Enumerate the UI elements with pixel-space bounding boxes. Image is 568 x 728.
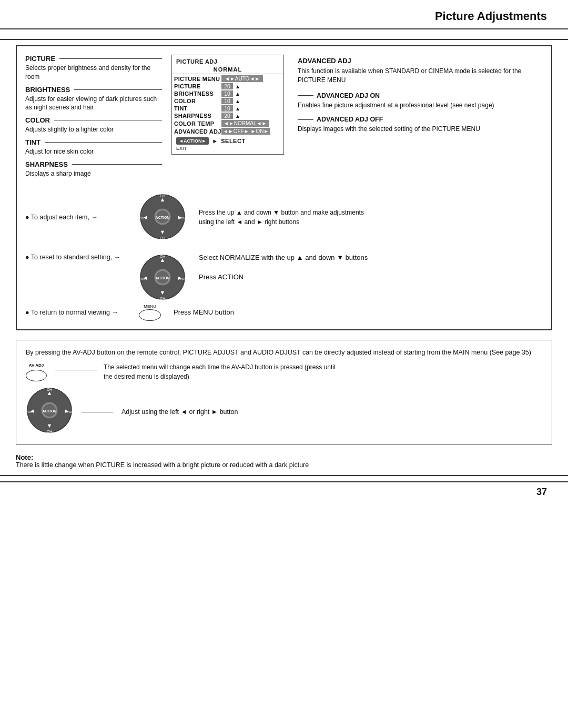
- av-adj-section: AV ADJ The selected menu will change eac…: [26, 362, 542, 381]
- bullet-1: ●: [25, 214, 29, 221]
- svg-text:CH: CH: [47, 430, 52, 433]
- advanced-off-desc: Displays images with the selected settin…: [298, 125, 543, 134]
- menu-color-temp-label: COLOR TEMP: [174, 120, 221, 127]
- right-column: ADVANCED ADJ This function is available …: [288, 55, 543, 179]
- menu-color-label: COLOR: [174, 98, 221, 104]
- menu-picture-row: PICTURE 20 ▲: [172, 83, 283, 90]
- svg-text:VOL: VOL: [26, 410, 33, 413]
- picture-adj-menu: PICTURE ADJ NORMAL PICTURE MENU ◄►AUTO◄►…: [171, 55, 284, 155]
- av-adj-desc-line2: the desired menu is displayed): [104, 372, 336, 381]
- adjust-each-item-row: ● To adjust each item, → ACTION ▲: [25, 193, 543, 242]
- return-text: ● To return to normal viewing →: [25, 309, 130, 316]
- info-dpad-svg: ACTION ▲ ▼ ◄ ► CH CH VOL VOL: [26, 387, 73, 434]
- menu-picture-menu-row: PICTURE MENU ◄►AUTO◄►: [172, 75, 283, 83]
- menu-sharpness-row: SHARPNESS 20 ▲: [172, 112, 283, 119]
- menu-brightness-value: 10: [221, 90, 233, 97]
- brightness-label: BRIGHTNESS: [25, 86, 162, 94]
- action-button: ◄ACTION►: [176, 137, 209, 145]
- menu-sharpness-value: 20: [221, 113, 233, 119]
- av-adj-desc-line1: The selected menu will change each time …: [104, 362, 336, 372]
- av-adj-line: [55, 370, 97, 370]
- av-adj-button: [26, 370, 47, 381]
- adjust-each-text: ● To adjust each item, →: [25, 214, 130, 221]
- menu-advanced-adj-label: ADVANCED ADJ: [174, 128, 221, 135]
- svg-text:CH: CH: [160, 194, 165, 198]
- adjust-each-desc-line1: Press the up ▲ and down ▼ button and mak…: [199, 208, 364, 217]
- info-dpad-wrapper: ACTION ▲ ▼ ◄ ► CH CH VOL VOL: [26, 387, 73, 437]
- reset-desc-block: Select NORMALIZE with the up ▲ and down …: [199, 254, 368, 283]
- menu-normal: NORMAL: [172, 66, 283, 73]
- page-title: Picture Adjustments: [0, 0, 568, 29]
- advanced-off-title: ADVANCED ADJ OFF: [298, 116, 543, 123]
- select-label: SELECT: [221, 138, 245, 144]
- menu-action-select-row: ◄ACTION► ► SELECT: [172, 135, 283, 146]
- bottom-section: ● To adjust each item, → ACTION ▲: [25, 189, 543, 321]
- adjust-each-desc-line2: using the left ◄ and ► right buttons: [199, 217, 364, 227]
- press-action-row: Press ACTION: [199, 273, 368, 281]
- brightness-desc: Adjusts for easier viewing of dark pictu…: [25, 95, 162, 113]
- dpad-2-wrapper: ACTION ▲ ▼ ◄ ► CH CH VOL VOL: [139, 254, 186, 301]
- exit-label: EXIT: [172, 146, 283, 152]
- menu-brightness-arrow: ▲: [235, 91, 240, 97]
- menu-color-row: COLOR 10 ▲: [172, 97, 283, 105]
- svg-text:ACTION: ACTION: [43, 409, 57, 413]
- arrow-right-icon: ►: [212, 138, 218, 144]
- menu-color-arrow: ▲: [235, 98, 240, 104]
- svg-text:▼: ▼: [160, 289, 166, 296]
- menu-label-above: MENU: [144, 304, 156, 309]
- note-section: Note: There is little change when PICTUR…: [0, 453, 568, 469]
- press-menu-desc: Press MENU button: [174, 308, 234, 316]
- page-number: 37: [0, 481, 568, 502]
- av-adj-icon-wrapper: AV ADJ: [26, 362, 47, 381]
- advanced-adj-title: ADVANCED ADJ: [298, 57, 543, 65]
- adjust-each-desc: Press the up ▲ and down ▼ button and mak…: [199, 208, 364, 227]
- menu-sharpness-label: SHARPNESS: [174, 113, 221, 119]
- normalize-desc: Select NORMALIZE with the up ▲ and down …: [199, 254, 368, 261]
- menu-tint-arrow: ▲: [235, 106, 240, 112]
- menu-picture-arrow: ▲: [235, 84, 240, 89]
- press-action-desc: Press ACTION: [199, 273, 244, 281]
- svg-text:ACTION: ACTION: [156, 276, 170, 280]
- svg-text:CH: CH: [160, 255, 165, 258]
- dpad-1: ACTION ▲ ▼ ◄ ► CH CH VOL VOL: [139, 193, 186, 242]
- svg-text:CH: CH: [160, 236, 165, 240]
- svg-text:▼: ▼: [160, 229, 166, 235]
- left-column: PICTURE Selects proper brightness and de…: [25, 55, 167, 179]
- menu-tint-label: TINT: [174, 105, 221, 112]
- menu-brightness-row: BRIGHTNESS 10 ▲: [172, 90, 283, 97]
- note-text: There is little change when PICTURE is i…: [16, 461, 552, 469]
- menu-tint-row: TINT 10 ▲: [172, 105, 283, 112]
- svg-text:VOL: VOL: [139, 277, 146, 280]
- dpad-2-svg: ACTION ▲ ▼ ◄ ► CH CH VOL VOL: [139, 254, 186, 301]
- info-box: By pressing the AV-ADJ button on the rem…: [16, 340, 552, 446]
- tint-desc: Adjust for nice skin color: [25, 147, 162, 156]
- svg-text:VOL: VOL: [180, 217, 186, 220]
- reset-standard-row: ● To reset to standard setting, → ACTION…: [25, 254, 543, 301]
- av-adj-desc: The selected menu will change each time …: [104, 362, 336, 381]
- return-label: To return to normal viewing →: [31, 309, 118, 316]
- picture-menu-value: ◄►AUTO◄►: [221, 75, 263, 82]
- menu-advanced-adj-value: ◄►OFF► ►ON►: [221, 128, 270, 135]
- svg-text:VOL: VOL: [180, 277, 186, 280]
- adjust-connector-line: [82, 412, 113, 412]
- menu-title: PICTURE ADJ: [172, 57, 283, 66]
- menu-sharpness-arrow: ▲: [235, 113, 240, 119]
- svg-text:VOL: VOL: [139, 217, 146, 220]
- tint-label: TINT: [25, 138, 162, 146]
- menu-color-temp-value: ◄►NORMAL◄►: [221, 120, 269, 127]
- menu-picture-value: 20: [221, 83, 233, 89]
- svg-text:CH: CH: [47, 388, 52, 391]
- reset-label: To reset to standard setting, →: [31, 254, 120, 261]
- svg-text:ACTION: ACTION: [156, 216, 170, 219]
- av-adj-label: AV ADJ: [29, 362, 44, 369]
- menu-button-oval: [139, 309, 161, 321]
- return-normal-row: ● To return to normal viewing → MENU Pre…: [25, 304, 543, 321]
- sharpness-label: SHARPNESS: [25, 160, 162, 168]
- menu-picture-label: PICTURE: [174, 83, 221, 89]
- press-menu-text: Press MENU button: [174, 308, 234, 316]
- svg-text:VOL: VOL: [67, 410, 73, 413]
- bullet-2: ●: [25, 254, 29, 261]
- svg-text:▼: ▼: [47, 422, 53, 429]
- middle-column: PICTURE ADJ NORMAL PICTURE MENU ◄►AUTO◄►…: [167, 55, 288, 179]
- menu-color-temp-row: COLOR TEMP ◄►NORMAL◄►: [172, 119, 283, 127]
